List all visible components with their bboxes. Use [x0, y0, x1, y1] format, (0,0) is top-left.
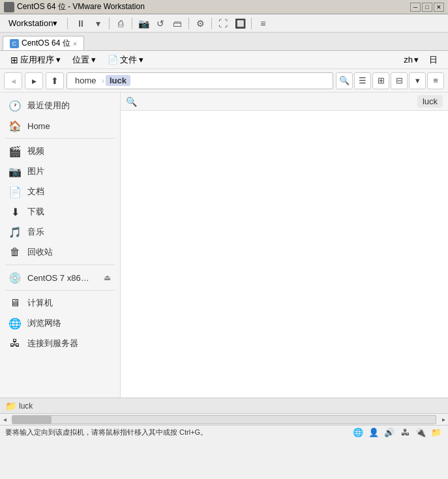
video-label: 视频: [27, 145, 44, 157]
usb-icon[interactable]: 🔌: [414, 427, 427, 439]
parent-folder-button[interactable]: ⬆: [46, 72, 64, 89]
applications-arrow: ▾: [56, 55, 61, 65]
sidebar-item-trash[interactable]: 🗑 回收站: [3, 242, 117, 262]
sidebar-item-music[interactable]: 🎵 音乐: [3, 222, 117, 242]
folder-status-icon[interactable]: 📁: [430, 427, 443, 439]
scroll-right-button[interactable]: ▸: [439, 415, 448, 424]
sidebar-sep-3: [5, 290, 115, 291]
vm-settings-button[interactable]: ⚙: [192, 16, 208, 31]
minimize-button[interactable]: ─: [410, 3, 421, 12]
search-bar: 🔍 luck: [121, 93, 448, 111]
places-arrow: ▾: [91, 55, 96, 65]
downloads-icon: ⬇: [9, 206, 21, 218]
tb-sep-5: [251, 18, 252, 29]
view-unity-button[interactable]: 🔲: [232, 16, 248, 31]
lang-label: zh: [404, 55, 413, 65]
sidebar-item-documents[interactable]: 📄 文档: [3, 182, 117, 201]
sidebar-item-pictures[interactable]: 📷 图片: [3, 162, 117, 181]
bottom-bar-label: luck: [19, 401, 33, 411]
scrollbar-thumb: [12, 416, 52, 424]
window-controls: ─ □ ✕: [410, 3, 444, 12]
snapshot-manager-button[interactable]: 🗃: [170, 16, 185, 31]
search-input[interactable]: [141, 96, 413, 106]
app-menu-bar: ⊞ 应用程序 ▾ 位置 ▾ 📄 文件 ▾ zh ▾ 日: [0, 51, 448, 69]
tb-sep-1: [109, 18, 110, 29]
view-fullscreen-button[interactable]: ⛶: [215, 16, 231, 31]
dropdown-arrow-1[interactable]: ▾: [90, 16, 106, 31]
applications-menu[interactable]: ⊞ 应用程序 ▾: [5, 52, 66, 68]
grid-view-button[interactable]: ⊞: [372, 72, 389, 89]
breadcrumb-home[interactable]: home: [71, 75, 100, 86]
send-ctrlaltdel-button[interactable]: ⎙: [113, 16, 128, 31]
places-menu[interactable]: 位置 ▾: [67, 52, 101, 68]
vmware-toolbar: ⏸ ▾ ⎙ 📷 ↺ 🗃 ⚙ ⛶ 🔲 ≡: [73, 16, 444, 31]
centos-label: CentOS 7 x86…: [27, 273, 97, 283]
music-icon: 🎵: [9, 226, 21, 238]
horizontal-scrollbar[interactable]: [12, 415, 436, 424]
sort-arrow[interactable]: ▾: [409, 72, 426, 89]
tab-close-button[interactable]: ×: [73, 40, 77, 48]
vmware-menu-bar: Workstation ▾ ⏸ ▾ ⎙ 📷 ↺ 🗃 ⚙ ⛶ 🔲 ≡: [0, 14, 448, 33]
back-button[interactable]: ◂: [4, 72, 22, 89]
vm-tab[interactable]: C CentOS 64 位 ×: [3, 36, 84, 50]
file-menu[interactable]: 📄 文件 ▾: [102, 52, 149, 68]
computer-icon: 🖥: [9, 297, 21, 309]
date-icon: 日: [429, 54, 438, 66]
vm-network-icon[interactable]: 🖧: [398, 427, 411, 439]
workstation-menu[interactable]: Workstation ▾: [4, 16, 62, 30]
tab-bar: C CentOS 64 位 ×: [0, 33, 448, 51]
list-view-button[interactable]: ☰: [354, 72, 371, 89]
sidebar-item-centos[interactable]: 💿 CentOS 7 x86… ⏏: [3, 268, 117, 287]
preferences-button[interactable]: ≡: [255, 16, 271, 31]
snapshot-button[interactable]: 📷: [136, 16, 151, 31]
lang-arrow: ▾: [414, 55, 419, 65]
server-label: 连接到服务器: [27, 338, 78, 349]
sidebar-item-video[interactable]: 🎬 视频: [3, 141, 117, 161]
music-label: 音乐: [27, 226, 44, 238]
sidebar: 🕐 最近使用的 🏠 Home 🎬 视频 📷 图片 📄 文档 ⬇ 下载 🎵 音乐: [0, 93, 121, 398]
close-button[interactable]: ✕: [434, 3, 444, 12]
tb-sep-4: [211, 18, 212, 29]
scroll-left-button[interactable]: ◂: [0, 415, 9, 424]
nav-toolbar: ◂ ▸ ⬆ home › luck 🔍 ☰ ⊞ ⊟ ▾ ≡: [0, 69, 448, 93]
date-button[interactable]: 日: [424, 52, 443, 68]
file-label: 文件: [120, 54, 137, 66]
bottom-bar: 📁 luck: [0, 398, 448, 413]
window-title: CentOS 64 位 - VMware Workstation: [17, 1, 410, 12]
recent-icon: 🕐: [9, 100, 21, 111]
language-selector[interactable]: zh ▾: [400, 53, 423, 66]
sidebar-item-downloads[interactable]: ⬇ 下载: [3, 202, 117, 222]
tb-sep-2: [132, 18, 132, 29]
file-content[interactable]: [121, 111, 448, 398]
sidebar-item-server[interactable]: 🖧 连接到服务器: [3, 334, 117, 353]
network-status-icon[interactable]: 🌐: [351, 427, 365, 439]
search-button[interactable]: 🔍: [336, 72, 353, 89]
sidebar-item-computer[interactable]: 🖥 计算机: [3, 293, 117, 313]
pictures-icon: 📷: [9, 166, 21, 177]
breadcrumb-bar: home › luck: [67, 72, 333, 89]
home-icon: 🏠: [9, 120, 21, 132]
tb-sep-3: [188, 18, 189, 29]
revert-button[interactable]: ↺: [153, 16, 168, 31]
sort-button[interactable]: ⊟: [391, 72, 408, 89]
sidebar-item-home[interactable]: 🏠 Home: [3, 116, 117, 136]
workstation-dropdown-icon: ▾: [53, 18, 57, 28]
sidebar-item-recent[interactable]: 🕐 最近使用的: [3, 96, 117, 115]
view-controls: 🔍 ☰ ⊞ ⊟ ▾ ≡: [336, 72, 444, 89]
audio-status-icon[interactable]: 🔊: [383, 427, 396, 439]
maximize-button[interactable]: □: [422, 3, 432, 12]
sidebar-sep-2: [5, 265, 115, 265]
extra-options-button[interactable]: ≡: [427, 72, 444, 89]
network-label: 浏览网络: [27, 317, 61, 329]
sidebar-item-network[interactable]: 🌐 浏览网络: [3, 313, 117, 333]
title-bar: CentOS 64 位 - VMware Workstation ─ □ ✕: [0, 0, 448, 14]
search-icon: 🔍: [126, 96, 137, 107]
eject-button[interactable]: ⏏: [104, 273, 111, 282]
user-status-icon[interactable]: 👤: [367, 427, 380, 439]
documents-icon: 📄: [9, 186, 21, 197]
breadcrumb-luck[interactable]: luck: [106, 75, 130, 86]
centos-icon: 💿: [9, 272, 21, 283]
file-area: 🔍 luck: [121, 93, 448, 398]
forward-button[interactable]: ▸: [25, 72, 43, 89]
pause-button[interactable]: ⏸: [73, 16, 89, 31]
